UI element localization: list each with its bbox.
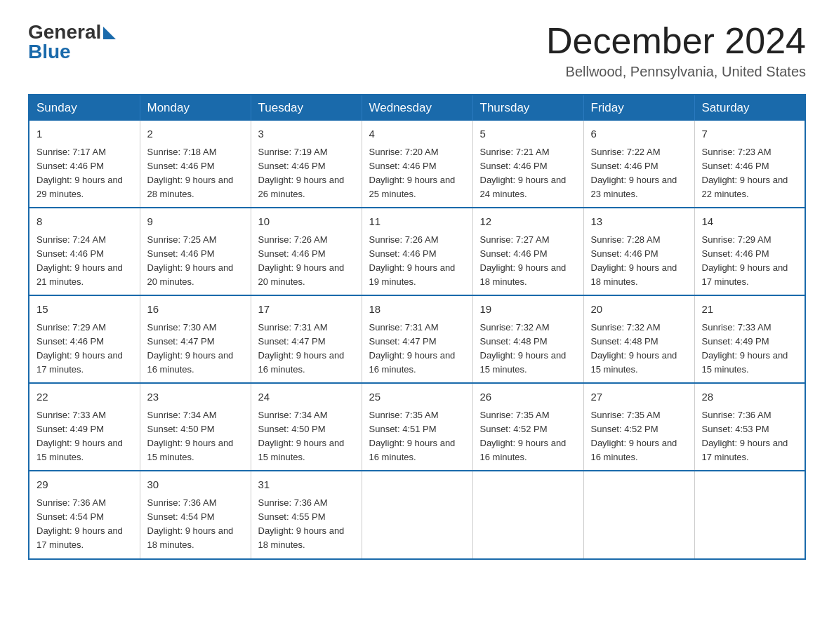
day-number: 14 (702, 214, 798, 230)
day-info: Sunrise: 7:18 AMSunset: 4:46 PMDaylight:… (147, 145, 244, 202)
day-of-week-header: Saturday (694, 95, 805, 121)
day-number: 26 (480, 389, 576, 405)
calendar-day-cell: 6Sunrise: 7:22 AMSunset: 4:46 PMDaylight… (583, 121, 694, 208)
day-info: Sunrise: 7:32 AMSunset: 4:48 PMDaylight:… (591, 321, 687, 377)
day-of-week-header: Friday (583, 95, 694, 121)
day-info: Sunrise: 7:34 AMSunset: 4:50 PMDaylight:… (258, 408, 355, 465)
day-of-week-header: Thursday (472, 95, 583, 121)
calendar-day-cell: 16Sunrise: 7:30 AMSunset: 4:47 PMDayligh… (140, 295, 251, 383)
calendar-day-cell: 17Sunrise: 7:31 AMSunset: 4:47 PMDayligh… (251, 295, 362, 383)
day-number: 11 (369, 214, 465, 230)
calendar-day-cell: 22Sunrise: 7:33 AMSunset: 4:49 PMDayligh… (29, 383, 140, 471)
month-year-title: December 2024 (546, 21, 806, 61)
calendar-week-row: 8Sunrise: 7:24 AMSunset: 4:46 PMDaylight… (29, 208, 805, 295)
day-info: Sunrise: 7:34 AMSunset: 4:50 PMDaylight:… (147, 408, 244, 465)
day-number: 12 (480, 214, 576, 230)
day-of-week-header: Monday (140, 95, 251, 121)
day-info: Sunrise: 7:35 AMSunset: 4:51 PMDaylight:… (369, 408, 465, 465)
day-number: 6 (591, 126, 687, 142)
logo: General Blue (28, 21, 116, 63)
day-info: Sunrise: 7:28 AMSunset: 4:46 PMDaylight:… (591, 233, 687, 290)
day-of-week-header: Wednesday (362, 95, 472, 121)
calendar-week-row: 15Sunrise: 7:29 AMSunset: 4:46 PMDayligh… (29, 295, 805, 383)
day-number: 28 (702, 389, 798, 405)
calendar-day-cell: 29Sunrise: 7:36 AMSunset: 4:54 PMDayligh… (29, 471, 140, 558)
day-info: Sunrise: 7:31 AMSunset: 4:47 PMDaylight:… (258, 321, 355, 377)
calendar-day-cell: 9Sunrise: 7:25 AMSunset: 4:46 PMDaylight… (140, 208, 251, 295)
calendar-day-cell: 28Sunrise: 7:36 AMSunset: 4:53 PMDayligh… (694, 383, 805, 471)
day-number: 22 (37, 389, 133, 405)
calendar-day-cell (362, 471, 472, 558)
day-info: Sunrise: 7:27 AMSunset: 4:46 PMDaylight:… (480, 233, 576, 290)
calendar-day-cell (583, 471, 694, 558)
day-number: 25 (369, 389, 465, 405)
day-number: 18 (369, 302, 465, 318)
calendar-day-cell: 5Sunrise: 7:21 AMSunset: 4:46 PMDaylight… (472, 121, 583, 208)
calendar-day-cell: 8Sunrise: 7:24 AMSunset: 4:46 PMDaylight… (29, 208, 140, 295)
calendar-day-cell: 7Sunrise: 7:23 AMSunset: 4:46 PMDaylight… (694, 121, 805, 208)
day-info: Sunrise: 7:17 AMSunset: 4:46 PMDaylight:… (37, 145, 133, 202)
calendar-day-cell: 15Sunrise: 7:29 AMSunset: 4:46 PMDayligh… (29, 295, 140, 383)
calendar-day-cell: 25Sunrise: 7:35 AMSunset: 4:51 PMDayligh… (362, 383, 472, 471)
day-number: 10 (258, 214, 355, 230)
calendar-day-cell: 3Sunrise: 7:19 AMSunset: 4:46 PMDaylight… (251, 121, 362, 208)
day-info: Sunrise: 7:23 AMSunset: 4:46 PMDaylight:… (702, 145, 798, 202)
calendar-day-cell: 18Sunrise: 7:31 AMSunset: 4:47 PMDayligh… (362, 295, 472, 383)
day-info: Sunrise: 7:24 AMSunset: 4:46 PMDaylight:… (37, 233, 133, 290)
calendar-day-cell: 14Sunrise: 7:29 AMSunset: 4:46 PMDayligh… (694, 208, 805, 295)
day-info: Sunrise: 7:29 AMSunset: 4:46 PMDaylight:… (702, 233, 798, 290)
day-number: 9 (147, 214, 244, 230)
day-number: 17 (258, 302, 355, 318)
logo-triangle-icon (103, 27, 116, 39)
calendar-day-cell: 31Sunrise: 7:36 AMSunset: 4:55 PMDayligh… (251, 471, 362, 558)
calendar-day-cell: 21Sunrise: 7:33 AMSunset: 4:49 PMDayligh… (694, 295, 805, 383)
day-info: Sunrise: 7:21 AMSunset: 4:46 PMDaylight:… (480, 145, 576, 202)
calendar-day-cell (472, 471, 583, 558)
day-number: 24 (258, 389, 355, 405)
calendar-table: SundayMondayTuesdayWednesdayThursdayFrid… (28, 94, 806, 559)
day-of-week-header: Tuesday (251, 95, 362, 121)
day-info: Sunrise: 7:25 AMSunset: 4:46 PMDaylight:… (147, 233, 244, 290)
day-number: 4 (369, 126, 465, 142)
calendar-week-row: 22Sunrise: 7:33 AMSunset: 4:49 PMDayligh… (29, 383, 805, 471)
day-number: 29 (37, 477, 133, 493)
day-info: Sunrise: 7:32 AMSunset: 4:48 PMDaylight:… (480, 321, 576, 377)
day-info: Sunrise: 7:30 AMSunset: 4:47 PMDaylight:… (147, 321, 244, 377)
day-info: Sunrise: 7:26 AMSunset: 4:46 PMDaylight:… (369, 233, 465, 290)
day-number: 16 (147, 302, 244, 318)
day-info: Sunrise: 7:20 AMSunset: 4:46 PMDaylight:… (369, 145, 465, 202)
location-subtitle: Bellwood, Pennsylvania, United States (546, 64, 806, 80)
calendar-week-row: 29Sunrise: 7:36 AMSunset: 4:54 PMDayligh… (29, 471, 805, 558)
calendar-day-cell: 23Sunrise: 7:34 AMSunset: 4:50 PMDayligh… (140, 383, 251, 471)
calendar-week-row: 1Sunrise: 7:17 AMSunset: 4:46 PMDaylight… (29, 121, 805, 208)
logo-blue-text: Blue (28, 41, 71, 63)
calendar-day-cell: 26Sunrise: 7:35 AMSunset: 4:52 PMDayligh… (472, 383, 583, 471)
day-number: 31 (258, 477, 355, 493)
day-number: 15 (37, 302, 133, 318)
day-info: Sunrise: 7:36 AMSunset: 4:53 PMDaylight:… (702, 408, 798, 465)
calendar-day-cell: 11Sunrise: 7:26 AMSunset: 4:46 PMDayligh… (362, 208, 472, 295)
page-container: General Blue December 2024 Bellwood, Pen… (28, 21, 806, 560)
day-number: 23 (147, 389, 244, 405)
calendar-day-cell: 12Sunrise: 7:27 AMSunset: 4:46 PMDayligh… (472, 208, 583, 295)
day-info: Sunrise: 7:26 AMSunset: 4:46 PMDaylight:… (258, 233, 355, 290)
day-info: Sunrise: 7:31 AMSunset: 4:47 PMDaylight:… (369, 321, 465, 377)
day-number: 7 (702, 126, 798, 142)
day-info: Sunrise: 7:33 AMSunset: 4:49 PMDaylight:… (37, 408, 133, 465)
day-number: 21 (702, 302, 798, 318)
day-info: Sunrise: 7:36 AMSunset: 4:54 PMDaylight:… (37, 496, 133, 553)
calendar-day-cell: 13Sunrise: 7:28 AMSunset: 4:46 PMDayligh… (583, 208, 694, 295)
day-info: Sunrise: 7:35 AMSunset: 4:52 PMDaylight:… (591, 408, 687, 465)
calendar-day-cell: 1Sunrise: 7:17 AMSunset: 4:46 PMDaylight… (29, 121, 140, 208)
calendar-day-cell: 27Sunrise: 7:35 AMSunset: 4:52 PMDayligh… (583, 383, 694, 471)
calendar-day-cell: 30Sunrise: 7:36 AMSunset: 4:54 PMDayligh… (140, 471, 251, 558)
day-number: 27 (591, 389, 687, 405)
day-number: 8 (37, 214, 133, 230)
calendar-day-cell: 20Sunrise: 7:32 AMSunset: 4:48 PMDayligh… (583, 295, 694, 383)
title-section: December 2024 Bellwood, Pennsylvania, Un… (546, 21, 806, 80)
calendar-day-cell (694, 471, 805, 558)
day-info: Sunrise: 7:29 AMSunset: 4:46 PMDaylight:… (37, 321, 133, 377)
day-number: 5 (480, 126, 576, 142)
day-number: 1 (37, 126, 133, 142)
calendar-day-cell: 19Sunrise: 7:32 AMSunset: 4:48 PMDayligh… (472, 295, 583, 383)
